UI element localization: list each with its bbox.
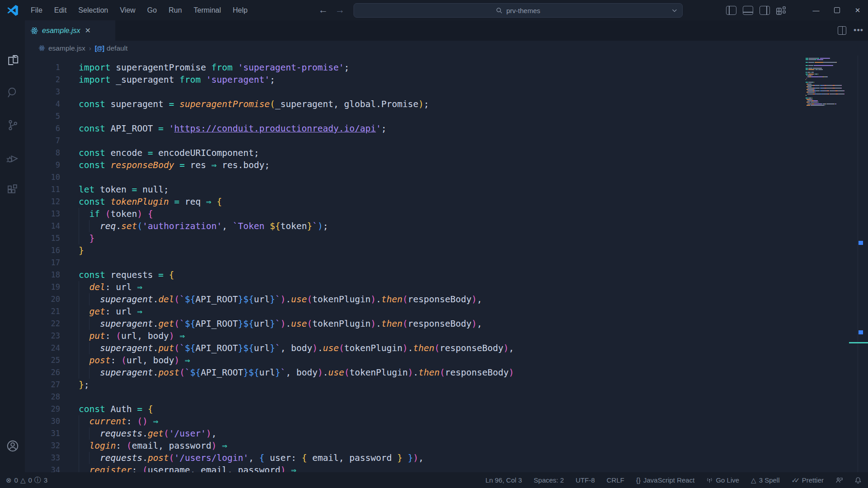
code-line[interactable]: } (79, 244, 514, 257)
code-line[interactable]: let token = null; (79, 183, 514, 196)
code-line[interactable]: if (token) { (79, 208, 514, 220)
tab-close-icon[interactable]: ✕ (85, 26, 90, 35)
code-line[interactable]: const API_ROOT = 'https://conduit.produc… (79, 122, 514, 135)
code-line[interactable]: } (79, 232, 514, 244)
breadcrumb-symbol[interactable]: default (107, 44, 128, 52)
menu-view[interactable]: View (114, 4, 141, 17)
feedback-person-icon (835, 477, 843, 484)
line-number: 10 (25, 171, 60, 183)
line-number: 7 (25, 135, 60, 147)
code-line[interactable]: get: url ⇒ (79, 305, 514, 318)
notifications[interactable] (854, 477, 862, 484)
code-line[interactable]: const requests = { (79, 269, 514, 281)
code-line[interactable]: post: (url, body) ⇒ (79, 354, 514, 366)
code-line[interactable]: const Auth = { (79, 403, 514, 415)
code-line[interactable]: req.set('authorization', `Token ${token}… (79, 220, 514, 232)
code-line[interactable]: }; (79, 379, 514, 391)
code-line[interactable]: const responseBody = res ⇒ res.body; (79, 159, 514, 171)
spell-checker[interactable]: △ 3 Spell (751, 476, 779, 484)
code-line[interactable]: requests.post('/users/login', { user: { … (79, 452, 514, 464)
indent-guide (79, 293, 79, 305)
code-line[interactable] (79, 135, 514, 147)
close-button[interactable]: ✕ (847, 0, 868, 20)
menu-selection[interactable]: Selection (72, 4, 114, 17)
toggle-panel-icon[interactable] (743, 6, 753, 15)
problems-infos[interactable]: ⓘ 3 (34, 476, 47, 484)
customize-layout-icon[interactable] (776, 6, 787, 15)
feedback[interactable] (835, 477, 843, 484)
menu-go[interactable]: Go (142, 4, 163, 17)
code-line[interactable]: superagent.get(`${API_ROOT}${url}`).use(… (79, 318, 514, 330)
minimize-button[interactable]: — (806, 0, 826, 20)
eol-sequence[interactable]: CRLF (607, 476, 624, 484)
code-editor[interactable]: 1234567891011121314151617181920212223242… (25, 56, 862, 472)
run-debug-icon[interactable] (0, 147, 25, 169)
code-line[interactable]: import _superagent from 'superagent'; (79, 74, 514, 86)
indent-guide (89, 293, 90, 305)
code-line[interactable]: const superagent = superagentPromise(_su… (79, 98, 514, 110)
code-line[interactable]: superagent.put(`${API_ROOT}${url}`, body… (79, 342, 514, 354)
nav-back-icon[interactable]: ← (316, 4, 330, 16)
code-line[interactable] (79, 391, 514, 403)
go-live[interactable]: Go Live (706, 476, 739, 484)
code-line[interactable]: const encode = encodeURIComponent; (79, 147, 514, 159)
problems-warnings[interactable]: △ 0 (20, 476, 32, 484)
code-line[interactable]: login: (email, password) ⇒ (79, 440, 514, 452)
line-number: 23 (25, 330, 60, 342)
extensions-icon[interactable] (0, 179, 25, 201)
encoding[interactable]: UTF-8 (576, 476, 595, 484)
indent-guide (89, 366, 90, 379)
code-line[interactable]: const tokenPlugin = req ⇒ { (79, 196, 514, 208)
code-line[interactable]: superagent.post(`${API_ROOT}${url}`, bod… (79, 366, 514, 379)
menu-file[interactable]: File (25, 4, 48, 17)
activity-bar (0, 20, 25, 472)
restore-button[interactable] (826, 0, 847, 20)
code-line[interactable]: put: (url, body) ⇒ (79, 330, 514, 342)
toggle-sidebar-left-icon[interactable] (726, 6, 736, 15)
code-line[interactable]: superagent.del(`${API_ROOT}${url}`).use(… (79, 293, 514, 305)
code-area[interactable]: import superagentPromise from 'superagen… (79, 61, 514, 472)
toggle-sidebar-right-icon[interactable] (760, 6, 770, 15)
source-control-icon[interactable] (0, 114, 25, 136)
tab-esample-jsx[interactable]: esample.jsx ✕ (25, 20, 115, 41)
code-line[interactable] (79, 86, 514, 98)
split-editor-icon[interactable] (838, 26, 846, 35)
vscode-window: FileEditSelectionViewGoRunTerminalHelp ←… (0, 0, 868, 488)
code-line[interactable]: requests.get('/user'), (79, 427, 514, 440)
command-center-search[interactable]: prv-themes (354, 3, 683, 18)
more-actions-icon[interactable]: ••• (854, 26, 863, 35)
indent-guide (79, 354, 79, 366)
warning-icon: △ (20, 476, 26, 484)
line-number: 4 (25, 98, 60, 110)
search-sidebar-icon[interactable] (0, 82, 25, 103)
nav-forward-icon[interactable]: → (333, 4, 347, 16)
menu-terminal[interactable]: Terminal (188, 4, 226, 17)
line-number: 12 (25, 196, 60, 208)
cursor-position[interactable]: Ln 96, Col 3 (486, 476, 522, 484)
line-number: 11 (25, 183, 60, 196)
code-line[interactable]: import superagentPromise from 'superagen… (79, 61, 514, 74)
code-line[interactable] (79, 110, 514, 122)
code-line[interactable] (79, 257, 514, 269)
breadcrumb-file[interactable]: esample.jsx (48, 44, 85, 52)
chevron-down-icon[interactable] (671, 7, 678, 14)
account-icon[interactable] (0, 435, 25, 457)
prettier-status[interactable]: ✓✓ Prettier (792, 476, 824, 484)
line-number: 24 (25, 342, 60, 354)
indent-guide (89, 220, 90, 232)
problems-errors[interactable]: ⊗ 0 (6, 476, 18, 484)
explorer-icon[interactable] (0, 49, 25, 71)
language-mode[interactable]: {} JavaScript React (636, 476, 694, 484)
menu-help[interactable]: Help (227, 4, 254, 17)
tab-bar: esample.jsx ✕ ••• (25, 20, 868, 41)
indentation[interactable]: Spaces: 2 (534, 476, 564, 484)
code-line[interactable]: register: (username, email, password) ⇒ (79, 464, 514, 472)
line-number: 17 (25, 257, 60, 269)
code-line[interactable]: del: url ⇒ (79, 281, 514, 293)
menu-run[interactable]: Run (163, 4, 188, 17)
code-line[interactable] (79, 171, 514, 183)
line-number-gutter[interactable]: 1234567891011121314151617181920212223242… (25, 61, 60, 472)
menu-edit[interactable]: Edit (48, 4, 73, 17)
code-line[interactable]: current: () ⇒ (79, 415, 514, 427)
minimap[interactable] (806, 58, 849, 106)
